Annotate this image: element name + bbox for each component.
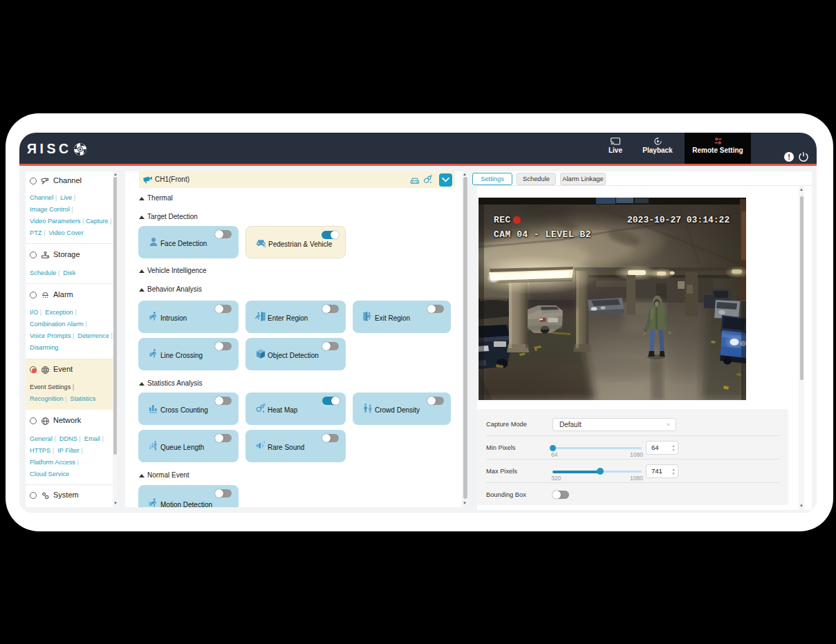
svg-text:!: ! [263,440,265,444]
